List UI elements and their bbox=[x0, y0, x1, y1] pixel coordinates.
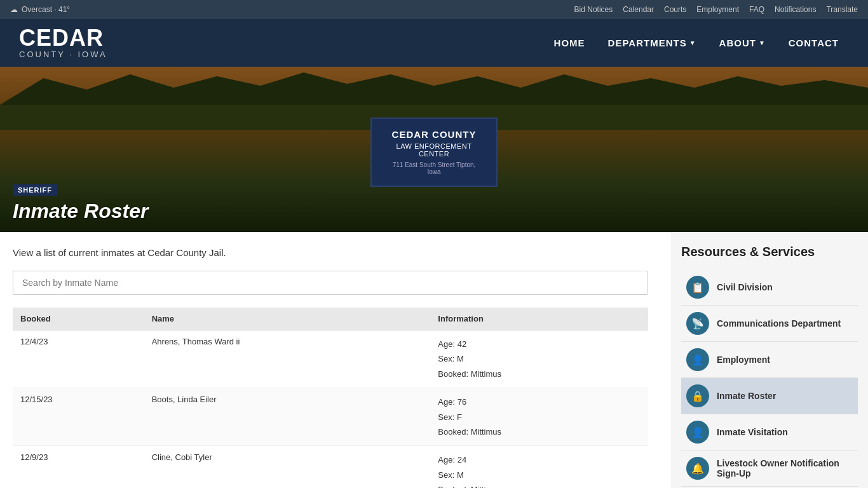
sidebar-item-livestock-owner-notification-sign-up[interactable]: 🔔Livestock Owner Notification Sign-Up bbox=[681, 451, 858, 487]
col-name: Name bbox=[144, 308, 431, 330]
col-booked: Booked bbox=[13, 308, 144, 330]
sign-subtitle: LAW ENFORCEMENT CENTER bbox=[387, 142, 481, 158]
sign-address: 711 East South Street Tipton, Iowa bbox=[387, 161, 481, 175]
table-header: Booked Name Information bbox=[13, 308, 648, 330]
courts-link[interactable]: Courts bbox=[664, 5, 686, 14]
sidebar-item-inmate-roster[interactable]: 🔒Inmate Roster bbox=[681, 378, 858, 414]
sidebar-item-civil-division[interactable]: 📋Civil Division bbox=[681, 269, 858, 306]
sidebar-item-employment[interactable]: 👤Employment bbox=[681, 342, 858, 378]
logo-main: CEDAR bbox=[19, 27, 107, 50]
search-input[interactable] bbox=[13, 271, 648, 295]
cell-info: Age: 42Sex: MBooked: Mittimus bbox=[430, 330, 648, 388]
nav-about[interactable]: ABOUT ▼ bbox=[709, 32, 776, 53]
inmate-table: Booked Name Information 12/4/23Ahrens, T… bbox=[13, 308, 648, 488]
sidebar-item-icon: 🔔 bbox=[686, 457, 709, 480]
sidebar-items: 📋Civil Division📡Communications Departmen… bbox=[681, 269, 858, 488]
cell-booked: 12/4/23 bbox=[13, 330, 144, 388]
cell-name: Ahrens, Thomas Ward ii bbox=[144, 330, 431, 388]
sidebar-item-label: Employment bbox=[717, 355, 770, 365]
hero-banner: CEDAR COUNTY LAW ENFORCEMENT CENTER 711 … bbox=[0, 67, 868, 232]
sidebar-item-label: Civil Division bbox=[717, 282, 773, 292]
page-title: Inmate Roster bbox=[13, 200, 148, 223]
page-title-area: SHERIFF Inmate Roster bbox=[0, 178, 161, 232]
calendar-link[interactable]: Calendar bbox=[623, 5, 654, 14]
table-row: 12/9/23Cline, Cobi TylerAge: 24Sex: MBoo… bbox=[13, 446, 648, 488]
cell-booked: 12/15/23 bbox=[13, 388, 144, 446]
sidebar-title: Resources & Services bbox=[681, 245, 858, 259]
cloud-icon: ☁ bbox=[10, 5, 18, 14]
top-bar: ☁ Overcast · 41° Bid Notices Calendar Co… bbox=[0, 0, 868, 19]
content-wrapper: View a list of current inmates at Cedar … bbox=[0, 232, 868, 488]
sidebar-item-label: Inmate Roster bbox=[717, 391, 776, 401]
sidebar-item-inmate-visitation[interactable]: 👤Inmate Visitation bbox=[681, 414, 858, 451]
main-content: View a list of current inmates at Cedar … bbox=[0, 232, 671, 488]
main-nav: HOME DEPARTMENTS ▼ ABOUT ▼ CONTACT bbox=[544, 32, 849, 53]
notifications-link[interactable]: Notifications bbox=[775, 5, 816, 14]
sidebar: Resources & Services 📋Civil Division📡Com… bbox=[671, 232, 868, 488]
cell-info: Age: 76Sex: FBooked: Mittimus bbox=[430, 388, 648, 446]
translate-link[interactable]: Translate bbox=[826, 5, 858, 14]
header: CEDAR COUNTY · IOWA HOME DEPARTMENTS ▼ A… bbox=[0, 19, 868, 67]
cell-booked: 12/9/23 bbox=[13, 446, 144, 488]
table-row: 12/4/23Ahrens, Thomas Ward iiAge: 42Sex:… bbox=[13, 330, 648, 388]
faq-link[interactable]: FAQ bbox=[749, 5, 764, 14]
departments-label: DEPARTMENTS bbox=[608, 37, 687, 48]
departments-arrow-icon: ▼ bbox=[689, 39, 696, 46]
table-row: 12/15/23Boots, Linda EilerAge: 76Sex: FB… bbox=[13, 388, 648, 446]
site-logo[interactable]: CEDAR COUNTY · IOWA bbox=[19, 27, 107, 59]
sidebar-item-icon: 📡 bbox=[686, 312, 709, 335]
cell-info: Age: 24Sex: MBooked: Mittimus bbox=[430, 446, 648, 488]
sidebar-item-icon: 🔒 bbox=[686, 384, 709, 407]
sidebar-item-icon: 📋 bbox=[686, 276, 709, 299]
sidebar-item-communications-department[interactable]: 📡Communications Department bbox=[681, 306, 858, 342]
top-nav: Bid Notices Calendar Courts Employment F… bbox=[574, 5, 858, 14]
table-body: 12/4/23Ahrens, Thomas Ward iiAge: 42Sex:… bbox=[13, 330, 648, 489]
intro-text: View a list of current inmates at Cedar … bbox=[13, 247, 656, 258]
sheriff-badge: SHERIFF bbox=[13, 184, 57, 196]
nav-departments[interactable]: DEPARTMENTS ▼ bbox=[598, 32, 707, 53]
hero-sign: CEDAR COUNTY LAW ENFORCEMENT CENTER 711 … bbox=[370, 118, 498, 187]
sidebar-item-label: Communications Department bbox=[717, 318, 841, 329]
sidebar-item-label: Livestock Owner Notification Sign-Up bbox=[717, 458, 853, 478]
cell-name: Boots, Linda Eiler bbox=[144, 388, 431, 446]
sidebar-item-icon: 👤 bbox=[686, 421, 709, 444]
cell-name: Cline, Cobi Tyler bbox=[144, 446, 431, 488]
employment-link[interactable]: Employment bbox=[696, 5, 739, 14]
weather-widget: ☁ Overcast · 41° bbox=[10, 5, 70, 14]
logo-sub: COUNTY · IOWA bbox=[19, 50, 107, 59]
sidebar-item-label: Inmate Visitation bbox=[717, 427, 788, 437]
nav-contact[interactable]: CONTACT bbox=[778, 32, 849, 53]
sign-title: CEDAR COUNTY bbox=[387, 129, 481, 140]
nav-home[interactable]: HOME bbox=[544, 32, 595, 53]
sidebar-item-icon: 👤 bbox=[686, 348, 709, 371]
weather-text: Overcast · 41° bbox=[22, 5, 70, 14]
about-arrow-icon: ▼ bbox=[759, 39, 766, 46]
about-label: ABOUT bbox=[719, 37, 756, 48]
bid-notices-link[interactable]: Bid Notices bbox=[574, 5, 613, 14]
col-info: Information bbox=[430, 308, 648, 330]
